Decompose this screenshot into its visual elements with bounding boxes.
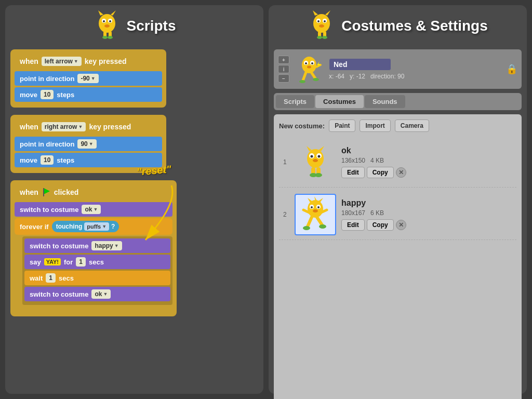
svg-line-60	[308, 217, 312, 227]
costume-details-happy: happy 180x167 6 KB Edit Copy ✕	[341, 198, 512, 231]
move-steps-right[interactable]: 10	[41, 155, 54, 165]
costume-name-ok: ok	[341, 146, 512, 155]
sprite-coords: x: -64 y: -12 direction: 90	[329, 73, 502, 80]
delete-happy-button[interactable]: ✕	[396, 220, 406, 230]
paint-button[interactable]: Paint	[329, 119, 355, 132]
hat-when-label-2: when	[20, 123, 38, 131]
sprite-controls: + i −	[278, 56, 289, 83]
costume-actions-happy: Edit Copy ✕	[341, 219, 512, 231]
costume-ok-inner-value[interactable]: ok ▼	[91, 289, 111, 299]
svg-point-10	[102, 36, 108, 39]
costume-name-happy: happy	[341, 198, 512, 208]
lock-icon[interactable]: 🔒	[506, 63, 517, 75]
say-duration-value[interactable]: 1	[76, 257, 86, 267]
svg-point-42	[311, 155, 313, 158]
key-pressed-label-2: key pressed	[89, 123, 131, 131]
puffs-dropdown[interactable]: puffs ▼	[84, 222, 109, 231]
tab-costumes[interactable]: Costumes	[315, 95, 364, 108]
forever-if-block: forever if touching puffs ▼ ?	[15, 218, 172, 235]
sprite-ctrl-add[interactable]: +	[278, 56, 289, 64]
key-pressed-label: key pressed	[85, 57, 127, 65]
costume-ok-value[interactable]: ok ▼	[82, 205, 101, 214]
direction-value-left[interactable]: -90 ▼	[77, 74, 98, 83]
svg-point-4	[109, 20, 111, 22]
point-direction-block-right: point in direction 90 ▼	[15, 137, 162, 151]
reset-annotation: "reset"	[136, 163, 172, 178]
costumes-panel: Costumes & Settings + i −	[269, 5, 527, 394]
flag-script-group: when clicked switch to costume ok ▼ fore…	[10, 180, 177, 316]
svg-point-15	[313, 14, 330, 33]
costume-actions-ok: Edit Copy ✕	[341, 167, 512, 178]
svg-point-32	[307, 66, 311, 69]
svg-point-63	[319, 224, 326, 229]
camera-button[interactable]: Camera	[395, 119, 429, 132]
svg-marker-45	[307, 146, 312, 151]
move-steps-left[interactable]: 10	[41, 90, 54, 99]
svg-point-39	[307, 149, 324, 168]
costume-num-2: 2	[283, 211, 289, 218]
svg-marker-12	[44, 188, 50, 194]
green-flag-icon	[42, 188, 51, 197]
ned-sprite-svg	[294, 54, 325, 85]
sprite-ctrl-info[interactable]: i	[278, 65, 289, 73]
move-block-right: move 10 steps	[15, 153, 162, 167]
sprite-name-input[interactable]	[329, 58, 391, 71]
svg-line-34	[311, 72, 315, 78]
direction-value-right[interactable]: 90 ▼	[77, 139, 96, 149]
svg-point-50	[315, 173, 322, 177]
copy-happy-button[interactable]: Copy	[367, 219, 394, 231]
costumes-character-icon	[308, 10, 336, 42]
svg-point-55	[317, 206, 320, 208]
say-block: say YAY! for 1 secs	[24, 255, 170, 269]
inner-blocks-container: switch to costume happy ▼ say YAY! for 1…	[22, 236, 172, 305]
costume-ok-svg	[297, 144, 334, 180]
costume-happy-svg	[297, 196, 334, 233]
import-button[interactable]: Import	[360, 119, 390, 132]
switch-costume-ok-inner-block: switch to costume ok ▼	[24, 287, 170, 301]
costume-size-ok: 136x150 4 KB	[341, 157, 512, 164]
costume-size-happy: 180x167 6 KB	[341, 209, 512, 217]
scripts-character-icon	[93, 10, 122, 42]
svg-point-5	[104, 24, 110, 28]
copy-ok-button[interactable]: Copy	[367, 167, 394, 178]
key-dropdown-right[interactable]: right arrow ▼	[42, 122, 86, 131]
hat-block-left-arrow: when left arrow ▼ key pressed	[15, 54, 162, 69]
svg-point-3	[103, 20, 105, 22]
svg-point-11	[108, 36, 113, 39]
costume-happy-value[interactable]: happy ▼	[91, 241, 122, 250]
svg-marker-7	[111, 10, 116, 16]
scripts-header: Scripts	[10, 10, 258, 42]
svg-point-35	[299, 80, 305, 83]
yay-badge: YAY!	[44, 258, 61, 265]
svg-rect-13	[43, 188, 44, 196]
costume-num-1: 1	[283, 158, 289, 166]
edit-ok-button[interactable]: Edit	[341, 167, 365, 178]
svg-point-27	[302, 57, 316, 73]
costume-details-ok: ok 136x150 4 KB Edit Copy ✕	[341, 146, 512, 178]
svg-point-62	[303, 226, 310, 230]
wait-duration-value[interactable]: 1	[46, 273, 56, 283]
svg-point-30	[305, 62, 307, 64]
point-direction-block-left: point in direction -90 ▼	[15, 71, 162, 86]
key-dropdown-left[interactable]: left arrow ▼	[42, 57, 82, 66]
delete-ok-button[interactable]: ✕	[396, 167, 406, 178]
sprite-info-box: + i −	[274, 49, 522, 89]
svg-marker-21	[313, 10, 318, 16]
svg-line-33	[303, 72, 306, 81]
edit-happy-button[interactable]: Edit	[341, 219, 365, 231]
wait-block: wait 1 secs	[24, 271, 170, 285]
hat-when-label: when	[20, 57, 38, 65]
tabs-row: Scripts Costumes Sounds	[274, 93, 522, 110]
costume-item-happy: 2	[279, 190, 516, 240]
svg-point-43	[318, 155, 321, 158]
costume-item-ok: 1	[279, 137, 516, 188]
sprite-ctrl-minus[interactable]: −	[278, 74, 289, 83]
script-bottom-cap	[15, 306, 172, 312]
svg-point-19	[324, 20, 326, 22]
svg-point-26	[322, 36, 327, 39]
tab-sounds[interactable]: Sounds	[365, 95, 405, 108]
tab-scripts[interactable]: Scripts	[276, 95, 314, 108]
svg-marker-6	[98, 10, 103, 16]
svg-point-31	[311, 62, 313, 64]
svg-point-51	[308, 200, 323, 218]
